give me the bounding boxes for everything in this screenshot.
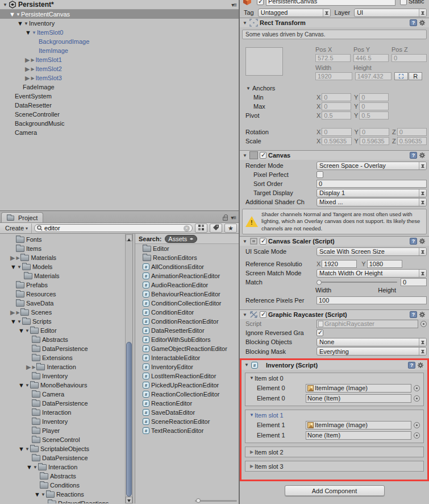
create-button[interactable]: Create bbox=[2, 224, 32, 233]
inventory-header[interactable]: Inventory (Script) bbox=[241, 360, 427, 370]
hierarchy-row[interactable]: ItemImage bbox=[0, 46, 239, 55]
foldout-arrow-icon[interactable] bbox=[242, 311, 248, 319]
gear-icon[interactable] bbox=[419, 238, 427, 245]
foldout-arrow-icon[interactable] bbox=[40, 490, 46, 499]
foldout-arrow-icon[interactable] bbox=[249, 411, 255, 419]
anchor-preview[interactable] bbox=[245, 47, 283, 76]
hierarchy-row[interactable]: BackgroundMusic bbox=[0, 119, 239, 128]
rotation-y-field[interactable]: 0 bbox=[360, 128, 389, 136]
foldout-arrow-icon[interactable] bbox=[30, 56, 35, 64]
foldout-arrow-icon[interactable] bbox=[242, 237, 248, 246]
slider-knob[interactable] bbox=[316, 280, 322, 285]
search-input[interactable] bbox=[44, 225, 182, 232]
lock-icon[interactable] bbox=[223, 217, 228, 221]
gear-icon[interactable] bbox=[419, 19, 427, 26]
foldout-arrow-icon[interactable] bbox=[242, 151, 248, 160]
tree-row[interactable]: ScriptableObjects bbox=[0, 444, 132, 453]
tree-row[interactable]: DataPersistence bbox=[0, 344, 132, 353]
hierarchy-row[interactable]: DataResetter bbox=[0, 101, 239, 110]
foldout-arrow-icon[interactable] bbox=[24, 381, 30, 390]
reference-resolution-y-field[interactable]: 1080 bbox=[367, 260, 402, 268]
help-icon[interactable] bbox=[410, 152, 417, 159]
active-checkbox[interactable] bbox=[257, 0, 264, 5]
sort-order-field[interactable]: 0 bbox=[316, 180, 427, 188]
max-x-field[interactable]: 0 bbox=[322, 102, 351, 110]
foldout-arrow-icon[interactable] bbox=[249, 448, 255, 456]
tree-row[interactable]: SaveData bbox=[0, 299, 132, 308]
foldout-arrow-icon[interactable] bbox=[24, 445, 30, 453]
tree-row[interactable]: Scenes bbox=[0, 308, 132, 317]
tree-row[interactable]: Materials bbox=[0, 253, 132, 262]
help-icon[interactable] bbox=[408, 362, 415, 369]
tree-row[interactable]: Abstracts bbox=[0, 335, 132, 344]
tree-scrollbar[interactable] bbox=[125, 234, 132, 503]
scroll-up-icon[interactable] bbox=[126, 234, 132, 241]
clear-search-icon[interactable] bbox=[184, 225, 190, 232]
element-object-field[interactable]: ItemImage (Image) bbox=[306, 421, 411, 429]
ui-scale-mode-dropdown[interactable]: Scale With Screen Size bbox=[316, 247, 427, 256]
tree-row[interactable]: Scripts bbox=[0, 317, 132, 326]
foldout-arrow-icon[interactable] bbox=[30, 74, 35, 82]
search-by-type-button[interactable] bbox=[195, 224, 207, 233]
layer-dropdown[interactable]: UI bbox=[354, 9, 427, 17]
canvas-header[interactable]: Canvas bbox=[240, 150, 429, 160]
result-row[interactable]: InventoryEditor bbox=[135, 362, 239, 371]
blocking-objects-dropdown[interactable]: None bbox=[316, 338, 427, 346]
canvas-enabled-checkbox[interactable] bbox=[260, 152, 266, 159]
scene-foldout-arrow-icon[interactable] bbox=[2, 0, 8, 10]
tree-row[interactable]: Inventory bbox=[0, 371, 132, 381]
item-slot-foldout[interactable]: Item slot 1 bbox=[245, 410, 423, 420]
foldout-arrow-icon[interactable] bbox=[23, 19, 29, 28]
result-row[interactable]: SceneReactionEditor bbox=[135, 417, 239, 426]
tag-dropdown[interactable]: Untagged bbox=[258, 9, 331, 17]
result-row[interactable]: ReactionEditors bbox=[135, 253, 239, 262]
result-row[interactable]: AllConditionsEditor bbox=[135, 262, 239, 271]
pivot-y-field[interactable]: 0.5 bbox=[359, 111, 389, 119]
hierarchy-row[interactable]: ItemSlot2 bbox=[0, 64, 239, 73]
result-row[interactable]: GameObjectReactionEditor bbox=[135, 344, 239, 353]
add-component-button[interactable]: Add Component bbox=[285, 485, 385, 496]
object-picker-icon[interactable] bbox=[414, 422, 420, 428]
tree-row[interactable]: DelayedReactions bbox=[0, 499, 132, 503]
tab-project[interactable]: Project bbox=[1, 212, 43, 222]
result-row[interactable]: ConditionCollectionEditor bbox=[135, 299, 239, 308]
foldout-arrow-icon[interactable] bbox=[15, 10, 21, 19]
tree-row[interactable]: Models bbox=[0, 262, 132, 271]
blueprint-mode-button[interactable] bbox=[394, 72, 408, 80]
result-row[interactable]: ConditionEditor bbox=[135, 308, 239, 317]
help-icon[interactable] bbox=[410, 238, 417, 245]
tree-row[interactable]: DataPersistence bbox=[0, 453, 132, 462]
max-y-field[interactable]: 0 bbox=[359, 102, 389, 110]
tree-row[interactable]: Materials bbox=[0, 271, 132, 280]
tree-row[interactable]: Fonts bbox=[0, 235, 132, 244]
hierarchy-row[interactable]: SceneController bbox=[0, 110, 239, 119]
tree-row[interactable]: SceneControl bbox=[0, 435, 132, 444]
object-picker-icon[interactable] bbox=[420, 321, 427, 327]
tree-row[interactable]: Items bbox=[0, 244, 132, 253]
result-row[interactable]: TextReactionEditor bbox=[135, 426, 239, 435]
canvas-scaler-header[interactable]: Canvas Scaler (Script) bbox=[240, 236, 429, 246]
object-picker-icon[interactable] bbox=[414, 432, 420, 439]
foldout-arrow-icon[interactable] bbox=[15, 308, 20, 317]
result-row[interactable]: AudioReactionEditor bbox=[135, 280, 239, 290]
foldout-arrow-icon[interactable] bbox=[31, 28, 37, 37]
tree-row[interactable]: Conditions bbox=[0, 481, 132, 490]
pos-x-field[interactable]: 572.5 bbox=[315, 54, 351, 62]
foldout-arrow-icon[interactable] bbox=[242, 19, 248, 27]
reference-pixels-per-unit-field[interactable]: 100 bbox=[316, 296, 427, 304]
foldout-arrow-icon[interactable] bbox=[15, 254, 20, 262]
hierarchy-row[interactable]: Inventory bbox=[0, 19, 239, 28]
icon-size-slider[interactable] bbox=[195, 498, 237, 503]
pos-z-field[interactable]: 0 bbox=[391, 54, 427, 62]
match-value-field[interactable]: 0 bbox=[401, 278, 427, 286]
blocking-mask-dropdown[interactable]: Everything bbox=[316, 347, 427, 356]
pixel-perfect-checkbox[interactable] bbox=[316, 171, 323, 178]
item-slot-foldout[interactable]: Item slot 0 bbox=[245, 373, 423, 383]
foldout-arrow-icon[interactable] bbox=[31, 363, 36, 371]
target-display-dropdown[interactable]: Display 1 bbox=[316, 189, 427, 197]
saved-search-button[interactable] bbox=[224, 224, 237, 233]
rotation-z-field[interactable]: 0 bbox=[397, 128, 427, 136]
pos-y-field[interactable]: 446.5 bbox=[353, 54, 389, 62]
tree-row[interactable]: Camera bbox=[0, 390, 132, 399]
result-row[interactable]: ReactionEditor bbox=[135, 399, 239, 408]
